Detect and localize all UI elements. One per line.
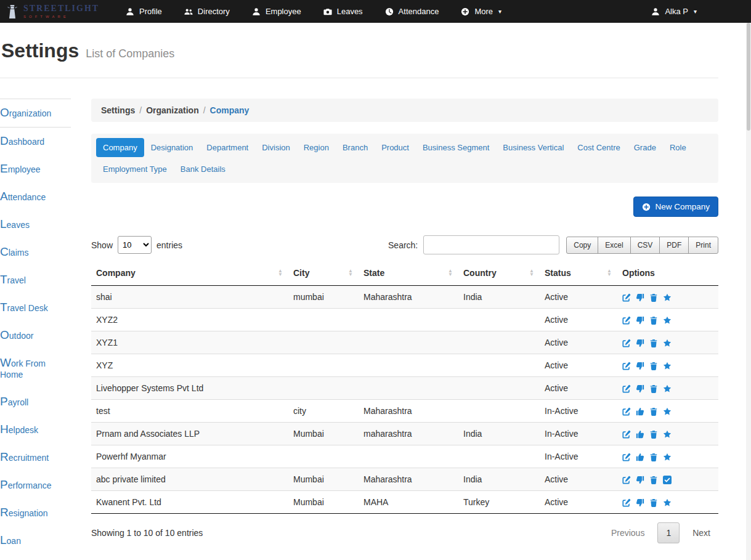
- tab-designation[interactable]: Designation: [144, 138, 200, 157]
- sidebar-item-resignation[interactable]: Resignation: [0, 499, 71, 527]
- sidebar-item-organization[interactable]: Organization: [0, 99, 71, 128]
- sidebar-item-work-from-home[interactable]: Work From Home: [0, 349, 71, 388]
- delete-button[interactable]: [649, 498, 658, 507]
- nav-item-more[interactable]: More▾: [450, 0, 513, 23]
- tab-department[interactable]: Department: [200, 138, 255, 157]
- export-copy-button[interactable]: Copy: [566, 237, 598, 254]
- sidebar-item-training[interactable]: Training: [0, 554, 71, 560]
- breadcrumb-settings[interactable]: Settings: [101, 105, 135, 115]
- sidebar-item-travel[interactable]: Travel: [0, 266, 71, 294]
- sidebar-item-outdoor[interactable]: Outdoor: [0, 322, 71, 349]
- toggle-status-button[interactable]: [636, 384, 644, 393]
- column-header-status[interactable]: Status▲▼: [540, 261, 617, 286]
- new-company-button[interactable]: New Company: [633, 197, 718, 217]
- delete-button[interactable]: [649, 407, 658, 416]
- delete-button[interactable]: [649, 316, 658, 325]
- toggle-status-button[interactable]: [636, 407, 644, 416]
- edit-button[interactable]: [622, 498, 631, 507]
- breadcrumb-company[interactable]: Company: [210, 105, 250, 115]
- edit-button[interactable]: [622, 430, 631, 439]
- toggle-status-button[interactable]: [636, 339, 644, 347]
- brand-logo[interactable]: STREETLIGHT SOFTWARE: [5, 4, 115, 19]
- tab-product[interactable]: Product: [375, 138, 416, 157]
- tab-business-vertical[interactable]: Business Vertical: [496, 138, 570, 157]
- user-menu[interactable]: Alka P ▾: [640, 0, 708, 23]
- tab-region[interactable]: Region: [297, 138, 336, 157]
- column-header-company[interactable]: Company▲▼: [91, 261, 288, 286]
- edit-button[interactable]: [622, 476, 631, 484]
- breadcrumb-organization[interactable]: Organization: [146, 105, 199, 115]
- scrollbar-thumb[interactable]: [747, 23, 750, 131]
- sidebar-item-attendance[interactable]: Attendance: [0, 183, 71, 211]
- nav-item-leaves[interactable]: Leaves: [312, 0, 374, 23]
- delete-button[interactable]: [649, 362, 658, 370]
- favorite-button[interactable]: [663, 293, 672, 302]
- pagination-next[interactable]: Next: [684, 523, 718, 543]
- toggle-status-button[interactable]: [636, 316, 644, 325]
- sidebar-item-claims[interactable]: Claims: [0, 238, 71, 266]
- column-header-city[interactable]: City▲▼: [288, 261, 359, 286]
- tab-division[interactable]: Division: [255, 138, 297, 157]
- tab-company[interactable]: Company: [96, 138, 144, 157]
- tab-cost-centre[interactable]: Cost Centre: [570, 138, 627, 157]
- favorite-button[interactable]: [663, 407, 672, 416]
- export-excel-button[interactable]: Excel: [598, 237, 630, 254]
- delete-button[interactable]: [649, 384, 658, 393]
- tab-grade[interactable]: Grade: [627, 138, 663, 157]
- sidebar-item-leaves[interactable]: Leaves: [0, 211, 71, 238]
- sidebar-item-payroll[interactable]: Payroll: [0, 388, 71, 416]
- sidebar-item-performance[interactable]: Performance: [0, 471, 71, 499]
- export-pdf-button[interactable]: PDF: [659, 237, 689, 254]
- pagination-page-1[interactable]: 1: [657, 522, 680, 543]
- sidebar-item-loan[interactable]: Loan: [0, 527, 71, 554]
- tab-business-segment[interactable]: Business Segment: [416, 138, 496, 157]
- sidebar-item-dashboard[interactable]: Dashboard: [0, 128, 71, 155]
- edit-button[interactable]: [622, 407, 631, 416]
- edit-button[interactable]: [622, 316, 631, 325]
- tab-branch[interactable]: Branch: [336, 138, 375, 157]
- tab-employment-type[interactable]: Employment Type: [96, 160, 174, 179]
- scrollbar[interactable]: [746, 23, 751, 560]
- delete-button[interactable]: [649, 339, 658, 347]
- edit-button[interactable]: [622, 453, 631, 461]
- default-company-button[interactable]: [663, 476, 672, 484]
- nav-item-directory[interactable]: Directory: [173, 0, 241, 23]
- favorite-button[interactable]: [663, 362, 672, 370]
- sidebar-item-recruitment[interactable]: Recruitment: [0, 444, 71, 471]
- edit-button[interactable]: [622, 384, 631, 393]
- favorite-button[interactable]: [663, 384, 672, 393]
- edit-button[interactable]: [622, 362, 631, 370]
- nav-item-attendance[interactable]: Attendance: [374, 0, 450, 23]
- toggle-status-button[interactable]: [636, 362, 644, 370]
- export-csv-button[interactable]: CSV: [630, 237, 660, 254]
- column-header-country[interactable]: Country▲▼: [458, 261, 540, 286]
- delete-button[interactable]: [649, 430, 658, 439]
- favorite-button[interactable]: [663, 453, 672, 461]
- favorite-button[interactable]: [663, 430, 672, 439]
- search-input[interactable]: [423, 235, 559, 254]
- edit-button[interactable]: [622, 339, 631, 347]
- toggle-status-button[interactable]: [636, 430, 644, 439]
- sidebar-item-helpdesk[interactable]: Helpdesk: [0, 416, 71, 444]
- sidebar-item-travel-desk[interactable]: Travel Desk: [0, 294, 71, 322]
- favorite-button[interactable]: [663, 498, 672, 507]
- toggle-status-button[interactable]: [636, 476, 644, 484]
- pagination-previous[interactable]: Previous: [603, 523, 652, 543]
- toggle-status-button[interactable]: [636, 498, 644, 507]
- column-header-state[interactable]: State▲▼: [359, 261, 458, 286]
- edit-button[interactable]: [622, 293, 631, 302]
- toggle-status-button[interactable]: [636, 453, 644, 461]
- nav-item-employee[interactable]: Employee: [241, 0, 312, 23]
- delete-button[interactable]: [649, 453, 658, 461]
- tab-bank-details[interactable]: Bank Details: [174, 160, 232, 179]
- favorite-button[interactable]: [663, 339, 672, 347]
- page-length-select[interactable]: 10: [118, 236, 152, 254]
- nav-item-profile[interactable]: Profile: [115, 0, 173, 23]
- favorite-button[interactable]: [663, 316, 672, 325]
- delete-button[interactable]: [649, 293, 658, 302]
- export-print-button[interactable]: Print: [688, 237, 718, 254]
- tab-role[interactable]: Role: [663, 138, 693, 157]
- sidebar-item-employee[interactable]: Employee: [0, 155, 71, 183]
- delete-button[interactable]: [649, 476, 658, 484]
- toggle-status-button[interactable]: [636, 293, 644, 302]
